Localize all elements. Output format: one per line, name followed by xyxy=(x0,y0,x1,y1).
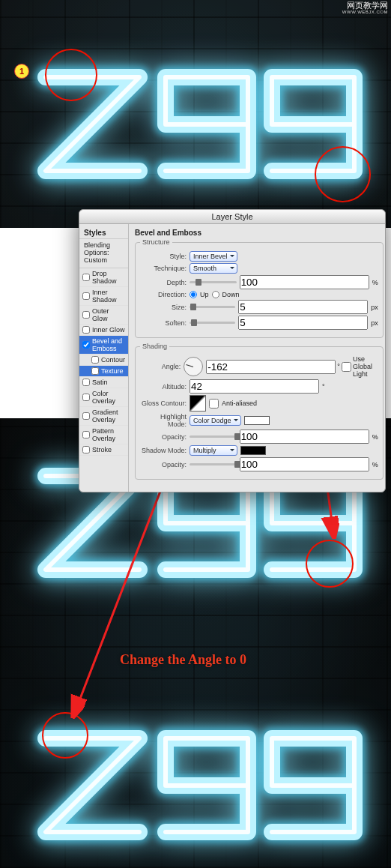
style-row-satin[interactable]: Satin xyxy=(79,377,128,388)
highlight-opacity-pct: % xyxy=(372,433,378,441)
style-checkbox-drop-shadow[interactable] xyxy=(82,274,90,281)
settings-panel: Bevel and Emboss Structure Style: Inner … xyxy=(129,224,390,492)
highlight-opacity-slider[interactable] xyxy=(190,433,237,441)
style-checkbox-inner-shadow[interactable] xyxy=(82,292,90,300)
shadow-color-swatch[interactable] xyxy=(240,446,266,455)
gloss-contour-picker[interactable] xyxy=(190,395,206,412)
shadow-opacity-label: Opacity: xyxy=(140,461,187,468)
style-checkbox-inner-glow[interactable] xyxy=(82,326,90,334)
style-label-text: Pattern Overlay xyxy=(92,427,125,442)
technique-select-value: Smooth xyxy=(193,265,216,272)
annotation-caption: Change the Angle to 0 xyxy=(120,652,246,668)
panel-title: Bevel and Emboss xyxy=(135,229,384,238)
style-checkbox-satin[interactable] xyxy=(82,379,90,386)
highlight-opacity-label: Opacity: xyxy=(140,433,187,441)
direction-up-radio[interactable] xyxy=(190,291,197,298)
style-label-text: Color Overlay xyxy=(92,390,125,405)
layer-style-dialog: Layer Style Styles Blending Options: Cus… xyxy=(79,209,386,492)
style-label-text: Inner Shadow xyxy=(92,289,125,304)
soften-label: Soften: xyxy=(140,319,187,327)
style-row-color-overlay[interactable]: Color Overlay xyxy=(79,388,128,407)
style-row-bevel-and-emboss[interactable]: Bevel and Emboss xyxy=(79,336,128,355)
direction-label: Direction: xyxy=(140,291,187,298)
style-select[interactable]: Inner Bevel xyxy=(190,251,237,262)
style-label-text: Bevel and Emboss xyxy=(92,337,125,352)
soften-slider[interactable] xyxy=(190,319,235,328)
altitude-input[interactable] xyxy=(190,379,319,394)
technique-select[interactable]: Smooth xyxy=(190,263,237,274)
highlight-mode-label: Highlight Mode: xyxy=(140,413,187,428)
angle-dial[interactable] xyxy=(184,357,203,376)
altitude-deg: ° xyxy=(322,383,325,391)
size-input[interactable] xyxy=(238,300,368,314)
style-label-text: Texture xyxy=(101,367,124,375)
depth-slider[interactable] xyxy=(190,278,237,287)
soften-input[interactable] xyxy=(238,316,368,330)
altitude-label: Altitude: xyxy=(140,383,187,391)
size-slider[interactable] xyxy=(190,303,235,312)
structure-legend: Structure xyxy=(140,238,172,246)
dialog-title: Layer Style xyxy=(79,210,385,224)
style-label-text: Gradient Overlay xyxy=(92,409,125,424)
blending-options-row[interactable]: Blending Options: Custom xyxy=(79,239,128,268)
size-label: Size: xyxy=(140,304,187,311)
highlight-mode-select[interactable]: Color Dodge xyxy=(190,415,241,426)
highlight-mode-value: Color Dodge xyxy=(193,417,231,424)
style-row-outer-glow[interactable]: Outer Glow xyxy=(79,306,128,325)
angle-label: Angle: xyxy=(140,363,181,370)
shadow-mode-label: Shadow Mode: xyxy=(140,447,187,454)
styles-header: Styles xyxy=(79,227,128,239)
style-checkbox-bevel-and-emboss[interactable] xyxy=(82,341,90,349)
style-row-pattern-overlay[interactable]: Pattern Overlay xyxy=(79,426,128,444)
up-label: Up xyxy=(200,291,209,298)
antialias-label: Anti-aliased xyxy=(222,400,257,407)
style-row-inner-glow[interactable]: Inner Glow xyxy=(79,325,128,336)
shadow-opacity-pct: % xyxy=(372,461,378,468)
style-checkbox-contour[interactable] xyxy=(91,356,99,364)
shadow-mode-value: Multiply xyxy=(193,447,216,454)
highlight-color-swatch[interactable] xyxy=(244,416,270,425)
style-row-inner-shadow[interactable]: Inner Shadow xyxy=(79,287,128,306)
shadow-opacity-input[interactable] xyxy=(240,457,369,471)
style-label-text: Drop Shadow xyxy=(92,270,125,285)
shadow-mode-select[interactable]: Multiply xyxy=(190,445,237,456)
angle-deg: ° xyxy=(337,363,340,370)
soften-unit: px xyxy=(371,319,378,327)
shading-legend: Shading xyxy=(140,343,169,350)
style-label-text: Inner Glow xyxy=(92,326,125,334)
style-label-text: Stroke xyxy=(92,446,112,453)
down-label: Down xyxy=(222,291,240,298)
style-label: Style: xyxy=(140,253,187,260)
global-light-checkbox[interactable] xyxy=(342,362,351,372)
styles-panel: Styles Blending Options: Custom Drop Sha… xyxy=(79,224,129,492)
style-row-contour[interactable]: Contour xyxy=(79,355,128,366)
antialias-checkbox[interactable] xyxy=(209,399,219,409)
technique-label: Technique: xyxy=(140,265,187,272)
style-checkbox-outer-glow[interactable] xyxy=(82,311,90,319)
angle-input[interactable] xyxy=(206,360,336,374)
style-checkbox-texture[interactable] xyxy=(91,367,99,375)
style-checkbox-gradient-overlay[interactable] xyxy=(82,412,90,420)
style-label-text: Outer Glow xyxy=(92,307,125,322)
global-light-label: Use Global Light xyxy=(353,355,378,378)
shading-fieldset: Shading Angle: ° Use Global Light Al xyxy=(135,343,384,480)
style-checkbox-stroke[interactable] xyxy=(82,446,90,453)
style-row-drop-shadow[interactable]: Drop Shadow xyxy=(79,268,128,287)
gloss-label: Gloss Contour: xyxy=(140,400,187,407)
direction-down-radio[interactable] xyxy=(212,291,219,298)
shadow-opacity-slider[interactable] xyxy=(190,460,237,469)
structure-fieldset: Structure Style: Inner Bevel Technique: … xyxy=(135,238,384,338)
size-unit: px xyxy=(371,304,378,311)
style-select-value: Inner Bevel xyxy=(193,253,228,260)
style-label-text: Satin xyxy=(92,379,108,386)
depth-unit: % xyxy=(372,279,378,286)
depth-input[interactable] xyxy=(240,275,369,289)
depth-label: Depth: xyxy=(140,279,187,286)
style-row-texture[interactable]: Texture xyxy=(79,366,128,377)
style-checkbox-pattern-overlay[interactable] xyxy=(82,431,90,438)
style-label-text: Contour xyxy=(101,356,125,364)
style-row-stroke[interactable]: Stroke xyxy=(79,444,128,456)
style-row-gradient-overlay[interactable]: Gradient Overlay xyxy=(79,407,128,426)
highlight-opacity-input[interactable] xyxy=(240,430,369,444)
style-checkbox-color-overlay[interactable] xyxy=(82,394,90,401)
